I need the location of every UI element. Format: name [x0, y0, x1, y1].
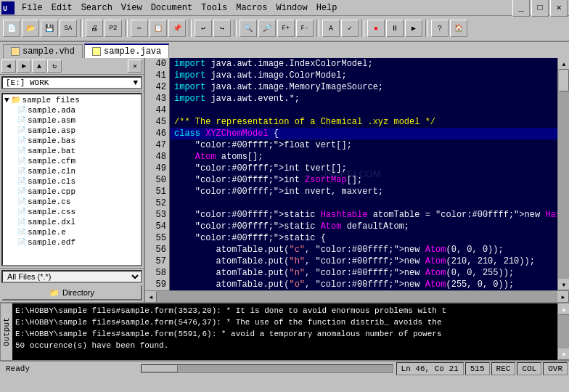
tree-file-label: sample.cpp: [28, 187, 75, 196]
output-scroll-up[interactable]: ▲: [558, 303, 569, 315]
hscroll-right-btn[interactable]: ►: [557, 291, 569, 302]
tree-file-label: sample.dxl: [28, 218, 75, 226]
sidebar-refresh-btn[interactable]: ↻: [47, 60, 62, 73]
findreplace-btn[interactable]: 🔎: [258, 20, 276, 37]
file-tree[interactable]: ▼ 📁 sample files 📄 sample.ada 📄 sample.a…: [1, 93, 142, 266]
scroll-thumb[interactable]: [559, 70, 569, 91]
maximize-btn[interactable]: □: [531, 0, 549, 17]
minimize-btn[interactable]: _: [512, 0, 530, 17]
sep5: [316, 20, 319, 37]
copy-btn[interactable]: 📋: [150, 20, 167, 37]
paste-btn[interactable]: 📌: [168, 20, 186, 37]
spell2-btn[interactable]: ✓: [341, 20, 359, 37]
file-icon: 📄: [17, 136, 26, 145]
status-hscroll-bar[interactable]: [141, 364, 393, 373]
sidebar-forward-btn[interactable]: ►: [17, 60, 31, 73]
directory-button[interactable]: 📁 Directory: [1, 285, 142, 301]
find-btn[interactable]: 🔍: [240, 20, 257, 37]
sidebar-close-btn[interactable]: ✕: [128, 60, 142, 73]
list-item[interactable]: 📄 sample.e: [3, 227, 141, 237]
undo-btn[interactable]: ↩: [195, 20, 212, 37]
hscroll-track[interactable]: [157, 291, 557, 302]
menu-file[interactable]: File: [17, 1, 47, 15]
code-editor[interactable]: 40 import java.awt.image.IndexColorModel…: [145, 58, 557, 290]
hscroll-left-btn[interactable]: ◄: [145, 291, 157, 302]
list-item[interactable]: 📄 sample.ada: [3, 105, 141, 115]
list-item[interactable]: 📄 sample.dxl: [3, 217, 141, 227]
list-item[interactable]: 📄 sample.bat: [3, 146, 141, 156]
findprev-btn[interactable]: F-: [296, 20, 314, 37]
menu-window[interactable]: Window: [272, 1, 312, 15]
cut-btn[interactable]: ✂: [131, 20, 148, 37]
output-scroll-track[interactable]: [558, 315, 569, 348]
line-number: 46: [145, 128, 170, 139]
list-item[interactable]: 📄 sample.cs: [3, 197, 141, 207]
save-all-btn[interactable]: SA: [60, 20, 77, 37]
tab-vhd[interactable]: sample.vhd: [3, 44, 83, 58]
output-scroll-down[interactable]: ▼: [558, 348, 569, 360]
pause-btn[interactable]: ⏸: [386, 20, 404, 37]
new-btn[interactable]: 📄: [3, 20, 20, 37]
drive-selector[interactable]: [E:] WORK ▼: [1, 76, 142, 89]
spell-btn[interactable]: A: [322, 20, 340, 37]
list-item[interactable]: 📄 sample.bas: [3, 136, 141, 146]
tree-folder-sample[interactable]: ▼ 📁 sample files: [3, 94, 141, 105]
print-btn[interactable]: 🖨: [86, 20, 103, 37]
status-hscroll[interactable]: [141, 364, 393, 373]
sep1: [80, 20, 83, 37]
directory-btn-label: Directory: [62, 288, 94, 297]
close-btn[interactable]: ✕: [550, 0, 568, 17]
print2-btn[interactable]: P2: [105, 20, 122, 37]
list-item[interactable]: 📄 sample.asm: [3, 115, 141, 126]
sidebar-back-btn[interactable]: ◄: [1, 60, 16, 73]
line-number: 45: [145, 116, 170, 128]
status-hscroll-thumb[interactable]: [142, 365, 178, 372]
line-code: atomTable.put("h", "color:#00ffff;">new …: [170, 256, 535, 267]
list-item[interactable]: 📄 sample.edf: [3, 237, 141, 248]
file-filter-select[interactable]: All Files (*.*): [1, 270, 142, 283]
list-item[interactable]: 📄 sample.cpp: [3, 187, 141, 197]
tab-java-label: sample.java: [104, 46, 161, 57]
editor-vscrollbar[interactable]: ▲ ▼: [557, 58, 569, 290]
help-btn[interactable]: ?: [431, 20, 449, 37]
menu-search[interactable]: Search: [77, 1, 117, 15]
scroll-track[interactable]: [558, 70, 569, 279]
app-icon: U: [1, 1, 15, 15]
editor-hscrollbar[interactable]: ◄ ►: [145, 290, 569, 302]
table-row: 47 "color:#00ffff;">float vert[];: [145, 139, 557, 151]
table-row: 50 "color:#00ffff;">int ZsortMap[];: [145, 174, 557, 186]
file-icon: 📄: [17, 238, 26, 247]
save-btn[interactable]: 💾: [41, 20, 58, 37]
output-scrollbar[interactable]: ▲ ▼: [557, 303, 569, 360]
tab-java[interactable]: sample.java: [84, 44, 169, 58]
home-btn[interactable]: 🏠: [450, 20, 467, 37]
file-icon: 📄: [17, 177, 26, 186]
sidebar-up-btn[interactable]: ▲: [32, 60, 46, 73]
file-icon: 📄: [17, 157, 26, 166]
list-item[interactable]: 📄 sample.css: [3, 207, 141, 217]
tree-file-label: sample.cs: [28, 197, 70, 206]
record-btn[interactable]: ●: [367, 20, 385, 37]
menu-document[interactable]: Document: [147, 1, 197, 15]
menu-macros[interactable]: Macros: [232, 1, 271, 15]
menu-tools[interactable]: Tools: [197, 1, 232, 15]
tree-file-label: sample.bat: [28, 147, 75, 155]
scroll-down-btn[interactable]: ▼: [558, 279, 569, 290]
list-item[interactable]: 📄 sample.asp: [3, 126, 141, 136]
menu-view[interactable]: View: [117, 1, 147, 15]
menu-edit[interactable]: Edit: [47, 1, 77, 15]
menubar: U File Edit Search View Document Tools M…: [0, 0, 569, 16]
redo-btn[interactable]: ↪: [213, 20, 231, 37]
list-item[interactable]: 📄 sample.cfm: [3, 156, 141, 166]
open-btn[interactable]: 📂: [22, 20, 39, 37]
list-item[interactable]: 📄 sample.cls: [3, 176, 141, 187]
line-code: "color:#00ffff;">int nvert, maxvert;: [170, 186, 383, 197]
play-btn[interactable]: ▶: [405, 20, 422, 37]
menu-help[interactable]: Help: [312, 1, 342, 15]
list-item[interactable]: 📄 sample.cln: [3, 166, 141, 176]
scroll-up-btn[interactable]: ▲: [558, 58, 569, 70]
line-number: 49: [145, 163, 170, 174]
editor-wrapper: 40 import java.awt.image.IndexColorModel…: [145, 58, 569, 302]
findnext-btn[interactable]: F+: [277, 20, 295, 37]
table-row: 49 "color:#00ffff;">int tvert[];: [145, 163, 557, 174]
